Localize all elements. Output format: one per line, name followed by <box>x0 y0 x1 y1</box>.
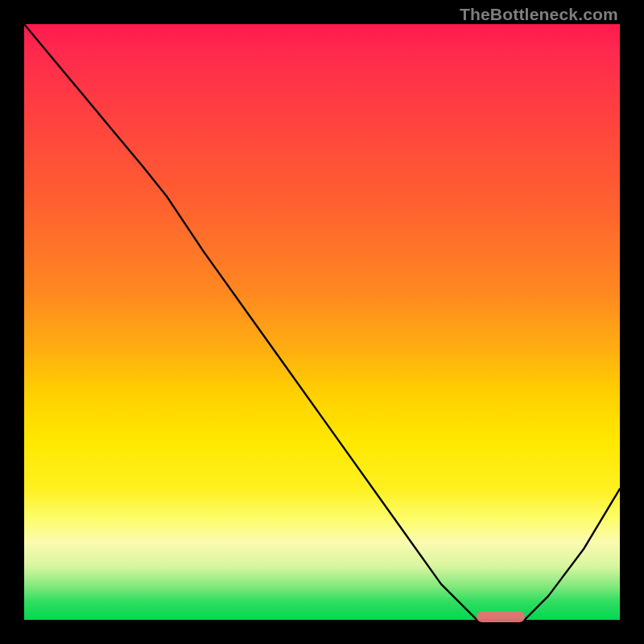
bottleneck-chart: TheBottleneck.com <box>0 0 644 644</box>
optimal-range-marker <box>477 611 524 622</box>
attribution-text: TheBottleneck.com <box>460 5 618 24</box>
bottleneck-curve-line <box>24 24 620 620</box>
plot-area <box>24 24 620 620</box>
curve-svg <box>24 24 620 620</box>
